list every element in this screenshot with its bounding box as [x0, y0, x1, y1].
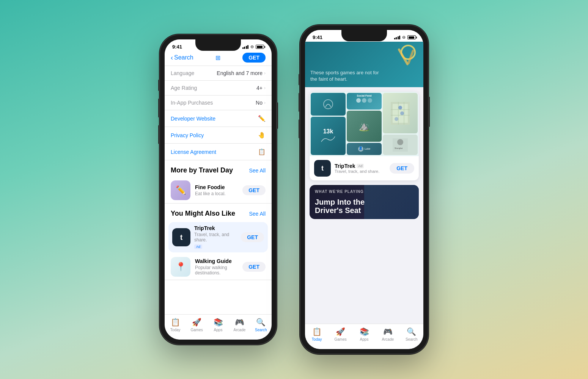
today-label-2: Today [312, 337, 322, 341]
apps-label-2: Apps [360, 337, 369, 341]
walking-guide-get-button[interactable]: GET [242, 262, 266, 272]
what-playing-title: Jump Into theDriver's Seat [315, 198, 365, 215]
arcade-label: Arcade [234, 328, 246, 332]
fine-foodie-card: ✏️ Fine Foodie Eat like a local. GET [165, 177, 272, 204]
phone-2-status-bar: 9:41 ⊖ [305, 30, 423, 42]
svg-text:Shanghai: Shanghai [395, 147, 402, 149]
nav-get-button[interactable]: GET [242, 53, 266, 63]
search-label: Search [255, 328, 267, 332]
nav-bar: ‹ Search ⊞ GET [165, 51, 272, 66]
developer-website-label: Developer Website [171, 116, 215, 122]
fine-foodie-icon: ✏️ [171, 180, 190, 200]
battery-icon [256, 45, 264, 49]
signal-icon [242, 45, 249, 49]
privacy-policy-label: Privacy Policy [171, 132, 204, 138]
wifi-icon: ⊖ [250, 44, 254, 49]
phone-2-frame: 9:41 ⊖ [300, 25, 429, 354]
featured-app-sub: Travel, track, and share. [335, 169, 390, 174]
apps-label: Apps [214, 328, 223, 332]
games-icon: 🚀 [192, 318, 201, 327]
tab-2-arcade[interactable]: 🎮 Arcade [376, 327, 399, 341]
tab-search[interactable]: 🔍 Search [250, 318, 272, 332]
screenshot-col-3: Shanghai [383, 93, 418, 155]
apps-icon: 📚 [214, 318, 223, 327]
language-label: Language [171, 70, 194, 76]
featured-app-name: TripTrek [335, 163, 355, 169]
walking-guide-desc: Popular walking destinations. [195, 265, 242, 276]
wifi-icon-2: ⊖ [402, 35, 406, 40]
more-by-see-all[interactable]: See All [249, 168, 266, 174]
games-label: Games [190, 328, 203, 332]
triptrek-row: t TripTrek Travel, track, and share. Ad … [172, 225, 264, 249]
license-agreement-icon: 📋 [258, 148, 266, 155]
featured-app-info: TripTrek Ad Travel, track, and share. [335, 163, 390, 174]
svg-point-8 [400, 111, 404, 115]
tab-today[interactable]: 📋 Today [165, 318, 186, 332]
phone-1-frame: 9:41 ⊖ ‹ Sea [159, 34, 277, 345]
today-icon-2: 📋 [312, 327, 322, 336]
svg-point-7 [398, 106, 402, 110]
screenshot-col-2: Social Feed ⛰️ [347, 93, 382, 155]
featured-app-row: t TripTrek Ad Travel, track, and share. … [310, 156, 419, 180]
featured-ad-label: Ad [357, 164, 364, 168]
tab-2-games[interactable]: 🚀 Games [329, 327, 352, 341]
more-by-section-header: More by Travel Day See All [165, 160, 272, 177]
walking-guide-name: Walking Guide [195, 258, 242, 264]
screenshot-thumb-4: ⛰️ [347, 111, 382, 141]
triptrek-get-button[interactable]: GET [241, 232, 264, 242]
hero-banner: These sports games are not forthe faint … [305, 42, 423, 87]
tab-2-apps[interactable]: 📚 Apps [352, 327, 376, 341]
hero-subtitle: These sports games are not forthe faint … [310, 70, 418, 83]
today-label: Today [170, 328, 181, 332]
tab-games[interactable]: 🚀 Games [186, 318, 207, 332]
chevron-icon: › [264, 85, 266, 91]
iap-label: In-App Purchases [171, 100, 213, 106]
today-icon: 📋 [171, 318, 180, 327]
triptrek-card: t TripTrek Travel, track, and share. Ad … [168, 222, 268, 252]
featured-get-button[interactable]: GET [390, 163, 414, 174]
iap-row: In-App Purchases No › [165, 96, 272, 110]
tab-arcade[interactable]: 🎮 Arcade [229, 318, 250, 332]
more-by-title: More by Travel Day [171, 166, 233, 174]
developer-website-row[interactable]: Developer Website ✏️ [165, 110, 272, 127]
phone-2-screen: 9:41 ⊖ [305, 30, 423, 349]
screenshot-thumb-6 [383, 93, 418, 133]
license-agreement-row[interactable]: License Agreement 📋 [165, 144, 272, 160]
svg-point-11 [397, 139, 403, 145]
triptrek-info: TripTrek Travel, track, and share. Ad [194, 225, 241, 249]
search-icon: 🔍 [256, 318, 266, 327]
tab-2-today[interactable]: 📋 Today [305, 327, 329, 341]
chevron-left-icon: ‹ [171, 54, 173, 62]
hero-banner-overlay: These sports games are not forthe faint … [310, 70, 418, 83]
phone-1-status-bar: 9:41 ⊖ [165, 39, 272, 51]
back-button[interactable]: ‹ Search [171, 54, 193, 62]
games-label-2: Games [334, 337, 346, 341]
language-value: English and 7 more › [217, 70, 266, 76]
age-value: 4+ › [256, 85, 266, 91]
age-label: Age Rating [171, 85, 197, 91]
screenshot-col-1: 13k [311, 93, 346, 155]
fine-foodie-name: Fine Foodie [195, 184, 242, 190]
svg-point-9 [395, 117, 398, 121]
triptrek-desc: Travel, track, and share. [194, 232, 241, 243]
age-rating-row: Age Rating 4+ › [165, 81, 272, 96]
privacy-policy-row[interactable]: Privacy Policy 🤚 [165, 127, 272, 144]
arcade-label-2: Arcade [382, 337, 394, 341]
screenshot-thumb-3: Social Feed [347, 93, 382, 110]
phones-container: 9:41 ⊖ ‹ Sea [159, 25, 429, 354]
apps-icon-2: 📚 [360, 327, 369, 336]
status-icons-2: ⊖ [394, 35, 416, 40]
chevron-icon: › [264, 100, 266, 105]
fine-foodie-desc: Eat like a local. [195, 191, 242, 196]
tab-apps[interactable]: 📚 Apps [208, 318, 229, 332]
tab-2-search[interactable]: 🔍 Search [400, 327, 423, 341]
license-agreement-label: License Agreement [171, 149, 216, 155]
phone-1-screen: 9:41 ⊖ ‹ Sea [165, 39, 272, 340]
featured-card: 13k Social Feed [310, 92, 419, 180]
what-playing-label: WHAT WE'RE PLAYING [315, 190, 364, 194]
screenshot-thumb-5: 👤 Luke [347, 143, 382, 155]
screenshot-thumb-1 [311, 93, 346, 116]
fine-foodie-get-button[interactable]: GET [242, 185, 266, 195]
filter-icon[interactable]: ⊞ [215, 54, 220, 61]
you-might-see-all[interactable]: See All [249, 211, 266, 217]
